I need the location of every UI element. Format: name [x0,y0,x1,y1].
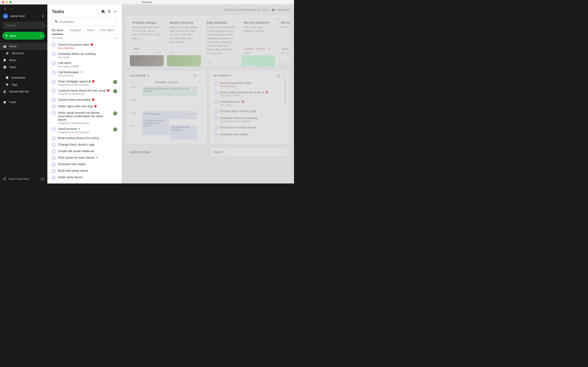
task-item[interactable]: Call clientDue today, 5:00PM [50,60,119,69]
chevron-right-icon[interactable] [229,75,232,77]
more-icon[interactable] [283,74,286,77]
task-item[interactable]: Order signs with new logo [50,103,119,110]
task-checkbox[interactable] [52,150,56,153]
chevron-right-icon[interactable] [147,74,149,77]
task-item[interactable]: Onboard new realtor [50,161,119,167]
more-icon[interactable] [283,150,286,154]
mytask-item[interactable]: Submit insurance claimDue yesterday [214,80,283,89]
calendar-event[interactable]: Scheduled maintenance - Elephant Room no… [142,86,197,96]
task-checkbox[interactable] [214,117,218,120]
task-item[interactable]: Final mortgage approvalAssigned by Adam … [50,78,119,87]
customize-button[interactable]: Customize [272,8,290,11]
task-checkbox[interactable] [52,137,56,140]
filter-icon[interactable] [107,10,111,13]
more-icon[interactable] [199,150,202,154]
nav-forward-icon[interactable] [10,8,13,10]
task-item[interactable]: Contanct bank about the loan issueAssign… [50,87,119,97]
search-input[interactable]: ⌥⌘F [2,22,45,29]
task-checkbox[interactable] [214,140,218,141]
note-tag[interactable]: + [267,47,271,50]
add-note-button[interactable]: Add Note [182,113,196,116]
add-task-icon[interactable] [277,74,280,77]
nav-notebooks[interactable]: Notebooks [0,74,47,81]
calendar-event[interactable]: Fall Ad CampaignAdd Note [142,111,197,119]
scratch-pad-widget[interactable]: SCRATCH PAD [126,148,206,157]
task-checkbox[interactable] [52,111,56,115]
task-item[interactable]: Find venue for team dinner [50,155,119,161]
task-checkbox[interactable] [52,71,56,75]
new-button[interactable]: New [2,32,45,40]
tasks-search-field[interactable] [60,20,114,24]
window-controls[interactable] [2,1,12,3]
more-icon[interactable] [199,74,202,77]
next-day-icon[interactable] [198,81,201,83]
task-item[interactable]: Submit insurance claimDue yesterday [50,42,119,51]
note-link-icon[interactable] [191,126,196,130]
mytask-item[interactable]: Onboard new realtor [214,131,283,138]
note-card[interactable]: Vacation Itinerary Wrap up vacation plan… [167,18,201,67]
note-tag[interactable]: Net Zero [256,47,267,50]
note-card[interactable]: Daily Schedule 8-9 am Lead Generation Fo… [204,18,238,67]
task-item[interactable]: Order party favors [50,174,119,181]
task-checkbox[interactable] [214,126,218,130]
search-field[interactable] [7,24,42,27]
note-card[interactable]: Net Zero Research Here is the new diagra… [241,18,276,67]
task-checkbox[interactable] [214,100,218,104]
note-link-icon[interactable] [163,119,168,123]
zoom-window-icon[interactable] [9,1,12,3]
task-checkbox[interactable] [52,169,56,173]
tab-due-dates[interactable]: Due dates [101,29,114,34]
tasks-list[interactable]: Submit insurance claimDue yesterday Sche… [47,42,122,184]
task-checkbox[interactable] [214,82,218,85]
task-checkbox[interactable] [214,110,218,113]
task-checkbox[interactable] [52,105,56,108]
task-checkbox[interactable] [52,176,56,179]
minimize-window-icon[interactable] [6,1,8,3]
add-task-icon[interactable] [101,10,105,13]
mytask-item[interactable]: Book surfing lessons for AveryDue Today,… [214,89,283,99]
nav-tasks[interactable]: Tasks [0,64,47,71]
calendar-event[interactable]: Call with Yuki: Review disclosures and c… [142,118,169,135]
task-checkbox[interactable] [52,98,56,102]
task-checkbox[interactable] [52,52,56,56]
note-tag[interactable]: Sales [132,47,140,50]
note-tag[interactable]: Busine [281,47,290,50]
calendar-grid[interactable]: 10 AM11 AM12 PM1 PMScheduled maintenance… [130,86,202,138]
task-item[interactable]: Send invoicesAssigned by Adam Reynolds [50,126,119,135]
help-row[interactable]: Need a little help? [0,174,47,184]
task-checkbox[interactable] [52,163,56,166]
task-checkbox[interactable] [214,133,218,137]
mytask-item[interactable]: Change Ray's doctor's app [214,108,283,115]
nav-back-icon[interactable] [4,8,7,10]
mytask-item[interactable]: Call landscaperDue Today [214,99,283,108]
task-item[interactable]: Book surfing lessons for Avery [50,135,119,142]
task-item[interactable]: Cancel hotel reservation [50,97,119,103]
nav-trash[interactable]: Trash [0,99,47,106]
task-item[interactable]: Schedule follow-up meetingDue today [50,51,119,60]
task-checkbox[interactable] [52,127,56,131]
task-item[interactable]: Change Ray's doctor's app [50,142,119,148]
nav-shortcuts[interactable]: Shortcuts [0,50,47,57]
calendar-event[interactable]: Team Onboarding call with team [170,125,197,139]
mytasks-list[interactable]: Submit insurance claimDue yesterday Book… [214,80,283,141]
mytask-item[interactable]: Schedule follow-up meetingAssigned by Ad… [214,115,283,124]
more-icon[interactable] [113,10,117,13]
sort-icon[interactable] [114,37,117,40]
task-item[interactable]: Create fall social media ad [50,148,119,155]
settings-icon[interactable] [41,15,44,18]
nav-home[interactable]: Home [0,43,47,50]
tasks-search[interactable] [52,17,117,26]
task-checkbox[interactable] [52,43,56,47]
chevron-right-icon[interactable] [223,151,225,153]
note-card[interactable]: Net Ze Docur Net Ze Docur Zero F Busine … [278,18,290,67]
task-checkbox[interactable] [52,143,56,147]
note-card[interactable]: Property Listings Meeting with Yuki Date… [130,18,164,67]
notes-row[interactable]: Property Listings Meeting with Yuki Date… [130,18,290,67]
task-checkbox[interactable] [214,91,218,95]
tab-assigned[interactable]: Assigned [69,29,81,34]
note-tag[interactable]: Business [244,47,255,50]
task-checkbox[interactable] [52,156,56,160]
task-item[interactable]: Call landscaperDue tomorrow [50,69,119,78]
task-checkbox[interactable] [52,62,56,65]
tags-widget[interactable]: TAGS [210,148,290,157]
